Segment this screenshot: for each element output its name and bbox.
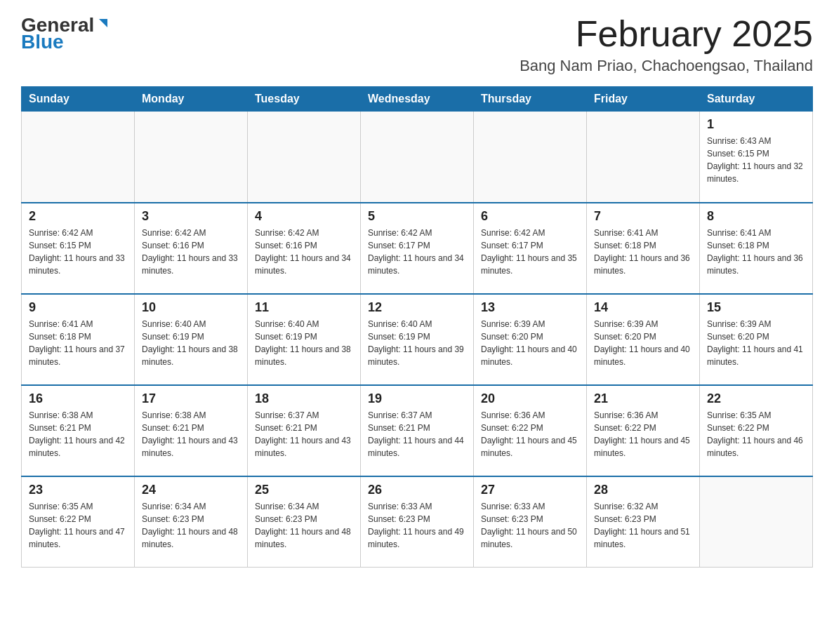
day-info: Sunrise: 6:42 AM Sunset: 6:15 PM Dayligh… — [29, 227, 127, 277]
day-number: 18 — [255, 391, 353, 406]
calendar-week-row: 9Sunrise: 6:41 AM Sunset: 6:18 PM Daylig… — [22, 294, 813, 385]
day-header-tuesday: Tuesday — [248, 87, 361, 112]
calendar-cell — [361, 112, 474, 203]
calendar-cell: 17Sunrise: 6:38 AM Sunset: 6:21 PM Dayli… — [135, 385, 248, 476]
day-info: Sunrise: 6:38 AM Sunset: 6:21 PM Dayligh… — [29, 409, 127, 459]
calendar-cell: 10Sunrise: 6:40 AM Sunset: 6:19 PM Dayli… — [135, 294, 248, 385]
day-info: Sunrise: 6:36 AM Sunset: 6:22 PM Dayligh… — [594, 409, 692, 459]
calendar-cell: 13Sunrise: 6:39 AM Sunset: 6:20 PM Dayli… — [474, 294, 587, 385]
day-number: 13 — [481, 300, 579, 315]
day-info: Sunrise: 6:33 AM Sunset: 6:23 PM Dayligh… — [481, 500, 579, 551]
day-info: Sunrise: 6:42 AM Sunset: 6:17 PM Dayligh… — [481, 227, 579, 277]
calendar-cell — [248, 112, 361, 203]
day-info: Sunrise: 6:35 AM Sunset: 6:22 PM Dayligh… — [707, 409, 805, 459]
logo-blue-text: Blue — [21, 31, 64, 53]
day-number: 20 — [481, 391, 579, 406]
day-number: 16 — [29, 391, 127, 406]
day-info: Sunrise: 6:40 AM Sunset: 6:19 PM Dayligh… — [368, 318, 466, 368]
calendar-cell: 4Sunrise: 6:42 AM Sunset: 6:16 PM Daylig… — [248, 203, 361, 294]
day-number: 21 — [594, 391, 692, 406]
calendar-cell: 9Sunrise: 6:41 AM Sunset: 6:18 PM Daylig… — [22, 294, 135, 385]
day-number: 27 — [481, 483, 579, 497]
page-header: General Blue February 2025 Bang Nam Pria… — [21, 14, 813, 75]
calendar-cell — [700, 476, 813, 568]
day-number: 14 — [594, 300, 692, 315]
day-number: 7 — [594, 209, 692, 224]
day-info: Sunrise: 6:42 AM Sunset: 6:17 PM Dayligh… — [368, 227, 466, 277]
calendar-cell: 16Sunrise: 6:38 AM Sunset: 6:21 PM Dayli… — [22, 385, 135, 476]
calendar-week-row: 16Sunrise: 6:38 AM Sunset: 6:21 PM Dayli… — [22, 385, 813, 476]
day-info: Sunrise: 6:40 AM Sunset: 6:19 PM Dayligh… — [255, 318, 353, 368]
day-info: Sunrise: 6:41 AM Sunset: 6:18 PM Dayligh… — [594, 227, 692, 277]
day-header-saturday: Saturday — [700, 87, 813, 112]
logo-icon — [95, 18, 110, 33]
day-number: 19 — [368, 391, 466, 406]
calendar-cell: 14Sunrise: 6:39 AM Sunset: 6:20 PM Dayli… — [587, 294, 700, 385]
day-info: Sunrise: 6:42 AM Sunset: 6:16 PM Dayligh… — [255, 227, 353, 277]
calendar-cell: 21Sunrise: 6:36 AM Sunset: 6:22 PM Dayli… — [587, 385, 700, 476]
day-number: 26 — [368, 483, 466, 497]
calendar-cell: 20Sunrise: 6:36 AM Sunset: 6:22 PM Dayli… — [474, 385, 587, 476]
calendar-cell: 8Sunrise: 6:41 AM Sunset: 6:18 PM Daylig… — [700, 203, 813, 294]
day-info: Sunrise: 6:36 AM Sunset: 6:22 PM Dayligh… — [481, 409, 579, 459]
calendar-cell: 15Sunrise: 6:39 AM Sunset: 6:20 PM Dayli… — [700, 294, 813, 385]
day-number: 4 — [255, 209, 353, 224]
calendar-cell: 28Sunrise: 6:32 AM Sunset: 6:23 PM Dayli… — [587, 476, 700, 568]
day-number: 3 — [142, 209, 240, 224]
calendar-cell — [135, 112, 248, 203]
day-number: 22 — [707, 391, 805, 406]
day-number: 9 — [29, 300, 127, 315]
calendar-week-row: 23Sunrise: 6:35 AM Sunset: 6:22 PM Dayli… — [22, 476, 813, 568]
calendar-header-row: SundayMondayTuesdayWednesdayThursdayFrid… — [22, 87, 813, 112]
day-number: 5 — [368, 209, 466, 224]
day-info: Sunrise: 6:39 AM Sunset: 6:20 PM Dayligh… — [481, 318, 579, 368]
day-info: Sunrise: 6:43 AM Sunset: 6:15 PM Dayligh… — [707, 135, 805, 185]
calendar-cell: 6Sunrise: 6:42 AM Sunset: 6:17 PM Daylig… — [474, 203, 587, 294]
day-info: Sunrise: 6:39 AM Sunset: 6:20 PM Dayligh… — [594, 318, 692, 368]
calendar-cell — [587, 112, 700, 203]
day-header-wednesday: Wednesday — [361, 87, 474, 112]
calendar-cell: 11Sunrise: 6:40 AM Sunset: 6:19 PM Dayli… — [248, 294, 361, 385]
day-info: Sunrise: 6:34 AM Sunset: 6:23 PM Dayligh… — [142, 500, 240, 551]
day-number: 11 — [255, 300, 353, 315]
day-number: 10 — [142, 300, 240, 315]
day-info: Sunrise: 6:37 AM Sunset: 6:21 PM Dayligh… — [255, 409, 353, 459]
calendar-cell: 12Sunrise: 6:40 AM Sunset: 6:19 PM Dayli… — [361, 294, 474, 385]
calendar-cell: 2Sunrise: 6:42 AM Sunset: 6:15 PM Daylig… — [22, 203, 135, 294]
day-number: 12 — [368, 300, 466, 315]
calendar-cell: 1Sunrise: 6:43 AM Sunset: 6:15 PM Daylig… — [700, 112, 813, 203]
day-info: Sunrise: 6:34 AM Sunset: 6:23 PM Dayligh… — [255, 500, 353, 551]
day-header-thursday: Thursday — [474, 87, 587, 112]
calendar-cell: 24Sunrise: 6:34 AM Sunset: 6:23 PM Dayli… — [135, 476, 248, 568]
calendar-subtitle: Bang Nam Priao, Chachoengsao, Thailand — [519, 57, 813, 75]
day-info: Sunrise: 6:37 AM Sunset: 6:21 PM Dayligh… — [368, 409, 466, 459]
day-info: Sunrise: 6:32 AM Sunset: 6:23 PM Dayligh… — [594, 500, 692, 551]
day-number: 8 — [707, 209, 805, 224]
calendar-cell: 5Sunrise: 6:42 AM Sunset: 6:17 PM Daylig… — [361, 203, 474, 294]
calendar-table: SundayMondayTuesdayWednesdayThursdayFrid… — [21, 86, 813, 568]
day-number: 23 — [29, 483, 127, 497]
calendar-cell: 22Sunrise: 6:35 AM Sunset: 6:22 PM Dayli… — [700, 385, 813, 476]
day-info: Sunrise: 6:40 AM Sunset: 6:19 PM Dayligh… — [142, 318, 240, 368]
calendar-cell — [474, 112, 587, 203]
calendar-cell: 19Sunrise: 6:37 AM Sunset: 6:21 PM Dayli… — [361, 385, 474, 476]
logo-area: General Blue — [21, 14, 111, 53]
day-number: 24 — [142, 483, 240, 497]
day-info: Sunrise: 6:41 AM Sunset: 6:18 PM Dayligh… — [707, 227, 805, 277]
day-number: 25 — [255, 483, 353, 497]
day-number: 2 — [29, 209, 127, 224]
title-area: February 2025 Bang Nam Priao, Chachoengs… — [519, 14, 813, 75]
day-number: 28 — [594, 483, 692, 497]
day-info: Sunrise: 6:39 AM Sunset: 6:20 PM Dayligh… — [707, 318, 805, 368]
calendar-cell: 3Sunrise: 6:42 AM Sunset: 6:16 PM Daylig… — [135, 203, 248, 294]
day-header-sunday: Sunday — [22, 87, 135, 112]
day-header-monday: Monday — [135, 87, 248, 112]
day-number: 17 — [142, 391, 240, 406]
calendar-cell: 18Sunrise: 6:37 AM Sunset: 6:21 PM Dayli… — [248, 385, 361, 476]
calendar-cell: 27Sunrise: 6:33 AM Sunset: 6:23 PM Dayli… — [474, 476, 587, 568]
day-number: 6 — [481, 209, 579, 224]
calendar-cell: 25Sunrise: 6:34 AM Sunset: 6:23 PM Dayli… — [248, 476, 361, 568]
day-info: Sunrise: 6:33 AM Sunset: 6:23 PM Dayligh… — [368, 500, 466, 551]
calendar-week-row: 2Sunrise: 6:42 AM Sunset: 6:15 PM Daylig… — [22, 203, 813, 294]
day-info: Sunrise: 6:35 AM Sunset: 6:22 PM Dayligh… — [29, 500, 127, 551]
